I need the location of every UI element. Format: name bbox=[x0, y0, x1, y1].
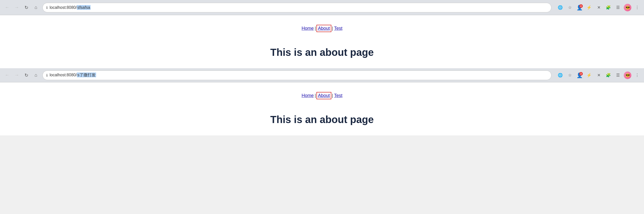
page-nav-1: Home | About | Test bbox=[302, 25, 342, 32]
back-icon-1: ← bbox=[5, 5, 9, 10]
back-icon-2: ← bbox=[5, 73, 9, 78]
more-button-1[interactable]: ⋮ bbox=[633, 4, 641, 11]
back-button-2[interactable]: ← bbox=[3, 71, 11, 79]
page-nav-2: Home | About | Test bbox=[302, 92, 342, 99]
nav-sep-2: | bbox=[332, 26, 333, 31]
lightning-icon-2: ⚡ bbox=[587, 73, 592, 78]
close-ext-icon-1: ✕ bbox=[597, 5, 600, 10]
about-link-1[interactable]: About bbox=[317, 25, 331, 32]
menu-icon-2: ☰ bbox=[616, 73, 620, 78]
bookmark-icon-2: ☆ bbox=[568, 73, 572, 78]
nav-sep-3: | bbox=[315, 93, 316, 98]
page-heading-1: This is an about page bbox=[270, 47, 374, 58]
forward-button-1[interactable]: → bbox=[13, 4, 21, 12]
home-icon-2: ⌂ bbox=[35, 73, 37, 78]
address-bar-2[interactable]: ℹ localhost:8080/s了撒打发 bbox=[42, 70, 551, 80]
menu-btn-2[interactable]: ☰ bbox=[614, 72, 622, 79]
home-button-2[interactable]: ⌂ bbox=[32, 71, 40, 79]
close-ext-button-1[interactable]: ✕ bbox=[595, 4, 603, 11]
profile-button-1[interactable]: 👤 2 bbox=[576, 4, 583, 11]
address-text-1: localhost:8080/sfsafsa bbox=[50, 5, 548, 10]
avatar-img-1: 😎 bbox=[626, 6, 630, 10]
puzzle-button-1[interactable]: 🧩 bbox=[605, 4, 612, 11]
back-button-1[interactable]: ← bbox=[3, 4, 11, 12]
profile-badge-2: 2 bbox=[579, 72, 583, 76]
url-prefix-2: localhost:8080/ bbox=[50, 73, 77, 77]
more-button-2[interactable]: ⋮ bbox=[633, 72, 641, 79]
url-prefix-1: localhost:8080/ bbox=[50, 5, 77, 10]
menu-icon-1: ☰ bbox=[616, 5, 620, 10]
url-highlighted-2: s了撒打发 bbox=[77, 73, 96, 77]
avatar-2[interactable]: 😎 bbox=[624, 72, 631, 79]
profile-badge-1: 2 bbox=[579, 4, 583, 8]
browser-actions-2: 🌐 ☆ 👤 2 ⚡ ✕ 🧩 ☰ 😎 bbox=[556, 72, 641, 79]
puzzle-icon-2: 🧩 bbox=[606, 73, 611, 78]
translate-button-1[interactable]: 🌐 bbox=[556, 4, 564, 11]
url-highlighted-1: sfsafsa bbox=[77, 5, 91, 10]
page-content-2: Home | About | Test This is an about pag… bbox=[0, 82, 644, 135]
lightning-icon-1: ⚡ bbox=[587, 5, 592, 10]
translate-button-2[interactable]: 🌐 bbox=[556, 72, 564, 79]
page-content-1: Home | About | Test This is an about pag… bbox=[0, 15, 644, 68]
browser-window-1: ← → ↻ ⌂ ℹ localhost:8080/sfsafsa 🌐 ☆ bbox=[0, 0, 644, 68]
profile-button-2[interactable]: 👤 2 bbox=[576, 72, 583, 79]
browser-actions-1: 🌐 ☆ 👤 2 ⚡ ✕ 🧩 ☰ 😎 bbox=[556, 4, 641, 11]
about-link-2[interactable]: About bbox=[317, 92, 331, 99]
reload-icon-1: ↻ bbox=[25, 5, 28, 10]
bookmark-button-1[interactable]: ☆ bbox=[566, 4, 574, 11]
reload-icon-2: ↻ bbox=[25, 73, 28, 78]
nav-buttons-2: ← → ↻ ⌂ bbox=[3, 71, 40, 79]
close-ext-button-2[interactable]: ✕ bbox=[595, 72, 603, 79]
lightning-button-1[interactable]: ⚡ bbox=[585, 4, 593, 11]
page-heading-2: This is an about page bbox=[270, 114, 374, 125]
forward-icon-2: → bbox=[14, 73, 19, 78]
forward-icon-1: → bbox=[14, 5, 19, 10]
bookmark-icon-1: ☆ bbox=[568, 5, 572, 10]
security-icon-2: ℹ bbox=[46, 73, 48, 77]
home-link-2[interactable]: Home bbox=[302, 93, 314, 98]
menu-btn-1[interactable]: ☰ bbox=[614, 4, 622, 11]
avatar-img-2: 😎 bbox=[626, 73, 630, 77]
browser-window-2: ← → ↻ ⌂ ℹ localhost:8080/s了撒打发 🌐 ☆ bbox=[0, 68, 644, 135]
nav-sep-4: | bbox=[332, 93, 333, 98]
reload-button-2[interactable]: ↻ bbox=[22, 71, 30, 79]
address-text-2: localhost:8080/s了撒打发 bbox=[50, 73, 548, 78]
more-icon-1: ⋮ bbox=[635, 5, 639, 10]
forward-button-2[interactable]: → bbox=[13, 71, 21, 79]
puzzle-icon-1: 🧩 bbox=[606, 5, 611, 10]
test-link-1[interactable]: Test bbox=[334, 26, 342, 31]
nav-buttons-1: ← → ↻ ⌂ bbox=[3, 4, 40, 12]
translate-icon-1: 🌐 bbox=[558, 5, 563, 10]
browser-chrome-1: ← → ↻ ⌂ ℹ localhost:8080/sfsafsa 🌐 ☆ bbox=[0, 0, 644, 15]
address-bar-1[interactable]: ℹ localhost:8080/sfsafsa bbox=[42, 3, 551, 12]
nav-sep-1: | bbox=[315, 26, 316, 31]
bookmark-button-2[interactable]: ☆ bbox=[566, 72, 574, 79]
home-icon-1: ⌂ bbox=[35, 5, 37, 10]
home-button-1[interactable]: ⌂ bbox=[32, 4, 40, 12]
browser-chrome-2: ← → ↻ ⌂ ℹ localhost:8080/s了撒打发 🌐 ☆ bbox=[0, 68, 644, 82]
lightning-button-2[interactable]: ⚡ bbox=[585, 72, 593, 79]
home-link-1[interactable]: Home bbox=[302, 26, 314, 31]
avatar-1[interactable]: 😎 bbox=[624, 4, 631, 11]
close-ext-icon-2: ✕ bbox=[597, 73, 600, 78]
reload-button-1[interactable]: ↻ bbox=[22, 4, 30, 12]
puzzle-button-2[interactable]: 🧩 bbox=[605, 72, 612, 79]
test-link-2[interactable]: Test bbox=[334, 93, 342, 98]
more-icon-2: ⋮ bbox=[635, 73, 639, 78]
security-icon-1: ℹ bbox=[46, 6, 48, 10]
translate-icon-2: 🌐 bbox=[558, 73, 563, 78]
